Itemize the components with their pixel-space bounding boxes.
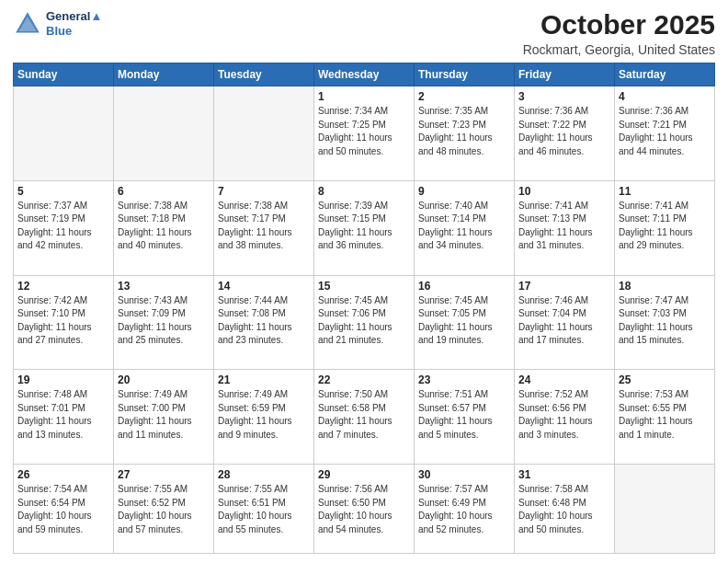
day-info: Sunrise: 7:37 AM Sunset: 7:19 PM Dayligh…	[17, 200, 109, 253]
weekday-header: Monday	[114, 63, 214, 86]
calendar-cell: 17Sunrise: 7:46 AM Sunset: 7:04 PM Dayli…	[515, 275, 615, 370]
day-number: 30	[418, 468, 510, 481]
day-number: 27	[118, 468, 210, 481]
day-info: Sunrise: 7:51 AM Sunset: 6:57 PM Dayligh…	[418, 388, 510, 442]
calendar-cell: 22Sunrise: 7:50 AM Sunset: 6:58 PM Dayli…	[314, 370, 415, 465]
day-info: Sunrise: 7:50 AM Sunset: 6:58 PM Dayligh…	[318, 388, 410, 442]
calendar-week-row: 19Sunrise: 7:48 AM Sunset: 7:01 PM Dayli…	[14, 370, 715, 465]
day-number: 20	[118, 373, 210, 386]
day-info: Sunrise: 7:35 AM Sunset: 7:23 PM Dayligh…	[418, 105, 510, 158]
weekday-header: Saturday	[615, 63, 715, 86]
calendar-cell: 26Sunrise: 7:54 AM Sunset: 6:54 PM Dayli…	[14, 465, 114, 554]
header: General▲ Blue October 2025 Rockmart, Geo…	[13, 9, 715, 57]
calendar-cell: 16Sunrise: 7:45 AM Sunset: 7:05 PM Dayli…	[415, 275, 515, 370]
logo-text: General▲ Blue	[46, 9, 102, 38]
day-number: 9	[418, 185, 510, 198]
day-number: 4	[619, 90, 711, 103]
day-number: 5	[17, 185, 109, 198]
day-number: 8	[318, 185, 410, 198]
day-number: 29	[318, 468, 410, 481]
day-info: Sunrise: 7:34 AM Sunset: 7:25 PM Dayligh…	[318, 105, 410, 158]
day-info: Sunrise: 7:40 AM Sunset: 7:14 PM Dayligh…	[418, 200, 510, 253]
calendar-cell: 14Sunrise: 7:44 AM Sunset: 7:08 PM Dayli…	[214, 275, 314, 370]
calendar-cell: 3Sunrise: 7:36 AM Sunset: 7:22 PM Daylig…	[515, 86, 615, 181]
calendar-cell: 31Sunrise: 7:58 AM Sunset: 6:48 PM Dayli…	[515, 465, 615, 554]
month-title: October 2025	[523, 9, 715, 40]
day-info: Sunrise: 7:38 AM Sunset: 7:17 PM Dayligh…	[218, 200, 310, 253]
calendar-cell: 28Sunrise: 7:55 AM Sunset: 6:51 PM Dayli…	[214, 465, 314, 554]
calendar-cell: 29Sunrise: 7:56 AM Sunset: 6:50 PM Dayli…	[314, 465, 415, 554]
title-block: October 2025 Rockmart, Georgia, United S…	[523, 9, 715, 57]
day-info: Sunrise: 7:41 AM Sunset: 7:13 PM Dayligh…	[518, 200, 610, 253]
day-info: Sunrise: 7:49 AM Sunset: 7:00 PM Dayligh…	[118, 388, 210, 442]
day-info: Sunrise: 7:42 AM Sunset: 7:10 PM Dayligh…	[17, 294, 109, 348]
calendar-cell: 24Sunrise: 7:52 AM Sunset: 6:56 PM Dayli…	[515, 370, 615, 465]
calendar-cell	[14, 86, 114, 181]
calendar-cell	[114, 86, 214, 181]
day-info: Sunrise: 7:38 AM Sunset: 7:18 PM Dayligh…	[118, 200, 210, 253]
day-number: 13	[118, 280, 210, 293]
calendar-cell: 11Sunrise: 7:41 AM Sunset: 7:11 PM Dayli…	[615, 180, 715, 275]
weekday-header: Thursday	[415, 63, 515, 86]
calendar-cell: 8Sunrise: 7:39 AM Sunset: 7:15 PM Daylig…	[314, 180, 415, 275]
day-info: Sunrise: 7:45 AM Sunset: 7:06 PM Dayligh…	[318, 294, 410, 348]
day-info: Sunrise: 7:36 AM Sunset: 7:21 PM Dayligh…	[619, 105, 711, 158]
calendar-cell	[615, 465, 715, 554]
day-number: 21	[218, 373, 310, 386]
day-number: 28	[218, 468, 310, 481]
day-info: Sunrise: 7:57 AM Sunset: 6:49 PM Dayligh…	[418, 483, 510, 536]
weekday-header: Sunday	[14, 63, 114, 86]
calendar-week-row: 26Sunrise: 7:54 AM Sunset: 6:54 PM Dayli…	[14, 465, 715, 554]
calendar-cell: 27Sunrise: 7:55 AM Sunset: 6:52 PM Dayli…	[114, 465, 214, 554]
day-number: 24	[518, 373, 610, 386]
calendar-cell: 12Sunrise: 7:42 AM Sunset: 7:10 PM Dayli…	[14, 275, 114, 370]
weekday-header: Friday	[515, 63, 615, 86]
day-info: Sunrise: 7:36 AM Sunset: 7:22 PM Dayligh…	[518, 105, 610, 158]
day-number: 15	[318, 280, 410, 293]
logo: General▲ Blue	[13, 9, 102, 39]
day-number: 10	[518, 185, 610, 198]
logo-icon	[13, 9, 42, 39]
calendar-cell: 19Sunrise: 7:48 AM Sunset: 7:01 PM Dayli…	[14, 370, 114, 465]
calendar-cell: 30Sunrise: 7:57 AM Sunset: 6:49 PM Dayli…	[415, 465, 515, 554]
calendar-cell: 1Sunrise: 7:34 AM Sunset: 7:25 PM Daylig…	[314, 86, 415, 181]
day-info: Sunrise: 7:48 AM Sunset: 7:01 PM Dayligh…	[17, 388, 109, 442]
weekday-header-row: SundayMondayTuesdayWednesdayThursdayFrid…	[14, 63, 715, 86]
day-number: 26	[17, 468, 109, 481]
day-number: 16	[418, 280, 510, 293]
day-number: 19	[17, 373, 109, 386]
day-info: Sunrise: 7:47 AM Sunset: 7:03 PM Dayligh…	[619, 294, 711, 348]
day-info: Sunrise: 7:39 AM Sunset: 7:15 PM Dayligh…	[318, 200, 410, 253]
calendar-cell: 18Sunrise: 7:47 AM Sunset: 7:03 PM Dayli…	[615, 275, 715, 370]
page-container: General▲ Blue October 2025 Rockmart, Geo…	[0, 0, 728, 563]
day-number: 1	[318, 90, 410, 103]
calendar-week-row: 12Sunrise: 7:42 AM Sunset: 7:10 PM Dayli…	[14, 275, 715, 370]
day-info: Sunrise: 7:58 AM Sunset: 6:48 PM Dayligh…	[518, 483, 610, 536]
day-info: Sunrise: 7:55 AM Sunset: 6:51 PM Dayligh…	[218, 483, 310, 536]
day-number: 23	[418, 373, 510, 386]
calendar-cell: 7Sunrise: 7:38 AM Sunset: 7:17 PM Daylig…	[214, 180, 314, 275]
day-number: 25	[619, 373, 711, 386]
day-info: Sunrise: 7:55 AM Sunset: 6:52 PM Dayligh…	[118, 483, 210, 536]
day-info: Sunrise: 7:41 AM Sunset: 7:11 PM Dayligh…	[619, 200, 711, 253]
day-info: Sunrise: 7:56 AM Sunset: 6:50 PM Dayligh…	[318, 483, 410, 536]
day-info: Sunrise: 7:45 AM Sunset: 7:05 PM Dayligh…	[418, 294, 510, 348]
calendar-table: SundayMondayTuesdayWednesdayThursdayFrid…	[13, 63, 715, 554]
calendar-cell: 10Sunrise: 7:41 AM Sunset: 7:13 PM Dayli…	[515, 180, 615, 275]
calendar-cell: 20Sunrise: 7:49 AM Sunset: 7:00 PM Dayli…	[114, 370, 214, 465]
day-number: 2	[418, 90, 510, 103]
day-number: 3	[518, 90, 610, 103]
day-info: Sunrise: 7:46 AM Sunset: 7:04 PM Dayligh…	[518, 294, 610, 348]
calendar-cell: 25Sunrise: 7:53 AM Sunset: 6:55 PM Dayli…	[615, 370, 715, 465]
calendar-cell: 2Sunrise: 7:35 AM Sunset: 7:23 PM Daylig…	[415, 86, 515, 181]
calendar-cell: 13Sunrise: 7:43 AM Sunset: 7:09 PM Dayli…	[114, 275, 214, 370]
weekday-header: Tuesday	[214, 63, 314, 86]
day-number: 14	[218, 280, 310, 293]
day-number: 12	[17, 280, 109, 293]
weekday-header: Wednesday	[314, 63, 415, 86]
day-number: 17	[518, 280, 610, 293]
day-info: Sunrise: 7:44 AM Sunset: 7:08 PM Dayligh…	[218, 294, 310, 348]
day-info: Sunrise: 7:53 AM Sunset: 6:55 PM Dayligh…	[619, 388, 711, 442]
day-info: Sunrise: 7:49 AM Sunset: 6:59 PM Dayligh…	[218, 388, 310, 442]
day-info: Sunrise: 7:43 AM Sunset: 7:09 PM Dayligh…	[118, 294, 210, 348]
